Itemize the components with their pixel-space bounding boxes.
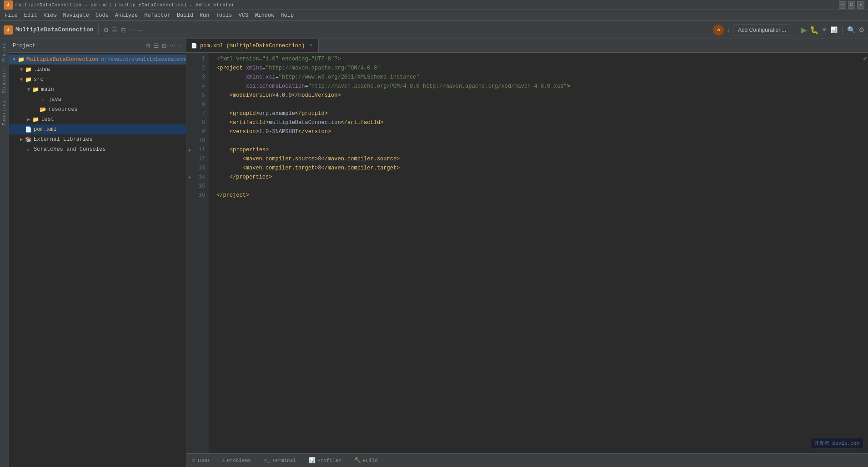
project-panel-list-button[interactable]: ☰ xyxy=(154,42,159,49)
close-button[interactable]: ✕ xyxy=(857,1,864,9)
code-span-13b: < xyxy=(243,164,246,173)
toolbar-list-button[interactable]: ☰ xyxy=(112,26,118,34)
main-area: Project Structure Favorites Project ⚙ ☰ … xyxy=(0,39,868,467)
sidebar-favorites-label[interactable]: Favorites xyxy=(1,97,8,129)
code-span-11b: < xyxy=(230,145,233,154)
settings-gear-button[interactable]: ⚙ xyxy=(103,26,109,34)
code-span-8c: artifactId xyxy=(233,118,266,127)
line-num-11: ◉ 11 xyxy=(186,145,209,154)
project-panel-collapse-button[interactable]: ─ xyxy=(178,42,182,49)
toolbar-left: J MultipleDataConnection ⚙ ☰ ⊟ ⋯ ─ xyxy=(4,25,142,35)
code-editor: 1 2 3 4 5 6 7 8 9 10 ◉ 11 12 13 ◉ 14 xyxy=(186,53,868,453)
coverage-button[interactable]: 👁 xyxy=(822,26,828,33)
tree-item-pom[interactable]: 📄 pom.xml xyxy=(9,124,186,134)
folder-icon-idea: 📁 xyxy=(25,66,32,73)
tree-item-root[interactable]: ▼ 📁 MultipleDataConnection D:\ks027276\M… xyxy=(9,55,186,65)
code-span-5g: modelVersion xyxy=(298,91,337,100)
fold-arrow-14[interactable]: ◉ xyxy=(188,175,191,180)
tree-item-main[interactable]: ▼ 📁 main xyxy=(9,84,186,94)
menu-tools[interactable]: Tools xyxy=(213,11,235,20)
toolbar-separator-1 xyxy=(98,25,99,35)
project-panel-options-button[interactable]: ⋯ xyxy=(170,42,176,49)
settings-button[interactable]: ⚙ xyxy=(858,26,864,34)
menu-build[interactable]: Build xyxy=(174,11,196,20)
sidebar-project-label[interactable]: Project xyxy=(1,39,8,65)
menu-navigate[interactable]: Navigate xyxy=(60,11,92,20)
project-icon: J xyxy=(4,25,13,35)
tree-item-resources[interactable]: 📂 resources xyxy=(9,104,186,114)
code-content[interactable]: <?xml version="1.0" encoding="UTF-8"?> <… xyxy=(209,53,862,453)
code-span-5c: modelVersion xyxy=(233,91,272,100)
menu-vcs[interactable]: VCS xyxy=(236,11,251,20)
project-panel-filter-button[interactable]: ⊟ xyxy=(162,42,167,49)
project-panel-gear-button[interactable]: ⚙ xyxy=(146,42,151,49)
tree-label-root: MultipleDataConnection xyxy=(26,56,98,63)
tree-item-external-libs[interactable]: ▶ 📚 External Libraries xyxy=(9,134,186,144)
menu-window[interactable]: Window xyxy=(252,11,277,20)
menu-edit[interactable]: Edit xyxy=(21,11,40,20)
toolbar-minimize-button[interactable]: ─ xyxy=(138,26,142,34)
debug-button[interactable]: 🐛 xyxy=(810,25,819,34)
icon-external-libs: 📚 xyxy=(25,136,32,143)
code-span-14a xyxy=(216,173,230,182)
tree-item-test[interactable]: ▶ 📁 test xyxy=(9,114,186,124)
line-num-14: ◉ 14 xyxy=(186,173,209,182)
tab-close-pom[interactable]: × xyxy=(307,43,314,49)
code-span-3b: xmlns:xsi xyxy=(246,73,276,82)
bottom-tab-problems[interactable]: ⚠ Problems xyxy=(219,456,254,465)
code-span-7h: > xyxy=(325,109,328,118)
code-span-11c: properties xyxy=(233,145,266,154)
code-span-13e: 8 xyxy=(318,164,321,173)
code-span-2e: = xyxy=(262,64,266,73)
code-span-3a xyxy=(216,73,246,82)
code-span-12g: maven.compiler.source xyxy=(328,154,396,164)
menu-analyze[interactable]: Analyze xyxy=(112,11,140,20)
bottom-tab-todo[interactable]: ☑ TODO xyxy=(189,456,212,465)
code-span-7c: groupId xyxy=(233,109,256,118)
todo-icon: ☑ xyxy=(192,457,195,464)
minimize-button[interactable]: ─ xyxy=(839,1,846,9)
title-bar-controls: ─ □ ✕ xyxy=(839,1,864,9)
code-span-13g: maven.compiler.target xyxy=(328,164,396,173)
code-span-12f: </ xyxy=(321,154,327,164)
menu-file[interactable]: File xyxy=(2,11,20,20)
add-configuration-button[interactable]: Add Configuration... xyxy=(733,25,791,35)
editor-tab-pom[interactable]: 📄 pom.xml (multipleDataConnection) × xyxy=(186,39,319,52)
tree-label-pom: pom.xml xyxy=(34,126,56,133)
code-span-4d: "http://maven.apache.org/POM/4.0.0 http:… xyxy=(308,82,567,91)
code-span-1: <?xml version="1.0" encoding="UTF-8"?> xyxy=(216,55,341,64)
tree-item-scratches[interactable]: ✏ Scratches and Consoles xyxy=(9,144,186,154)
bottom-tab-profiler[interactable]: 📊 Profiler xyxy=(306,456,344,465)
bottom-tab-build[interactable]: 🔨 Build xyxy=(351,456,381,465)
menu-view[interactable]: View xyxy=(41,11,60,20)
menu-run[interactable]: Run xyxy=(197,11,212,20)
search-everywhere-button[interactable]: 🔍 xyxy=(847,26,856,34)
profiler-label: Profiler xyxy=(317,458,341,463)
code-span-14b: </ xyxy=(230,173,236,182)
tree-item-src[interactable]: ▼ 📁 src xyxy=(9,75,186,84)
menu-help[interactable]: Help xyxy=(278,11,296,20)
tree-item-idea[interactable]: ▼ 📁 .idea xyxy=(9,65,186,75)
fold-arrow-11[interactable]: ◉ xyxy=(188,148,191,153)
menu-code[interactable]: Code xyxy=(93,11,111,20)
code-line-16: </project> xyxy=(216,191,862,200)
tree-label-main: main xyxy=(41,86,54,93)
code-span-8e: multipleDataConnection xyxy=(269,118,341,127)
maximize-button[interactable]: □ xyxy=(848,1,855,9)
tree-item-java[interactable]: ☕ java xyxy=(9,94,186,104)
code-span-2a: < xyxy=(216,64,220,73)
project-name: MultipleDataConnection xyxy=(15,26,94,33)
code-span-7f: </ xyxy=(295,109,301,118)
toolbar-filter-button[interactable]: ⊟ xyxy=(120,26,126,34)
run-button[interactable]: ▶ xyxy=(801,25,807,35)
code-line-11: <properties> xyxy=(216,145,862,154)
profiler-button[interactable]: 📊 xyxy=(830,26,838,33)
bottom-tab-terminal[interactable]: >_ Terminal xyxy=(261,457,299,465)
vcs-update-button[interactable]: ↓ xyxy=(727,26,730,34)
sidebar-structure-label[interactable]: Structure xyxy=(1,65,8,97)
toolbar-separator-2 xyxy=(796,25,796,35)
toolbar-options-button[interactable]: ⋯ xyxy=(129,26,135,34)
code-span-8f: </ xyxy=(341,118,347,127)
menu-refactor[interactable]: Refactor xyxy=(141,11,173,20)
code-span-7g: groupId xyxy=(301,109,324,118)
